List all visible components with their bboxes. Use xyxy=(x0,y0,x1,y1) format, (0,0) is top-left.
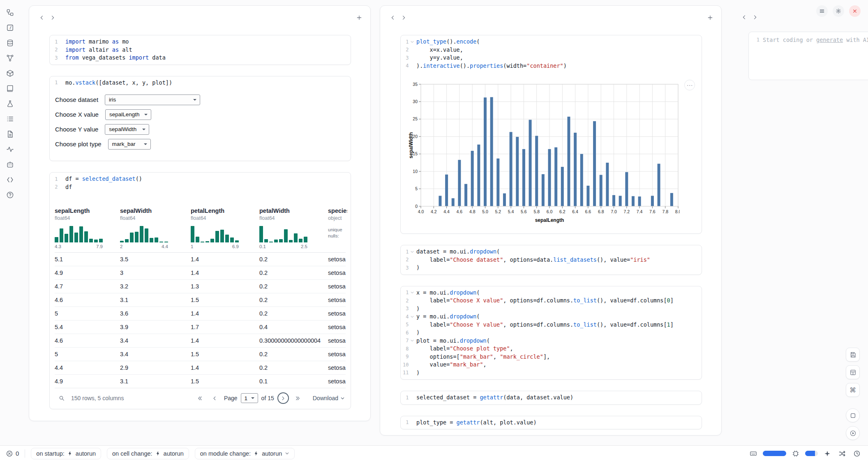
chart-actions-button[interactable]: ⋯ xyxy=(684,80,695,90)
column-header[interactable]: petalWidthfloat640.12.5 xyxy=(259,207,328,249)
line-number: 1 xyxy=(401,38,416,46)
column-histogram xyxy=(191,225,259,242)
error-count-badge[interactable]: 0 xyxy=(6,450,19,457)
table-row[interactable]: 4.73.21.30.2setosa xyxy=(55,279,346,293)
code-editor[interactable]: 123 import marimo as moimport altair as … xyxy=(50,35,351,65)
save-button[interactable] xyxy=(846,348,860,362)
column-scroll-right-button[interactable] xyxy=(398,12,409,23)
table-row[interactable]: 5.13.51.40.2setosa xyxy=(55,253,346,266)
tracebacks-button[interactable] xyxy=(5,129,15,139)
previous-page-button[interactable] xyxy=(209,392,221,404)
layout-button[interactable] xyxy=(846,365,860,379)
help-button[interactable] xyxy=(5,190,15,200)
scratchpad-button[interactable] xyxy=(5,99,15,108)
on-startup-chip[interactable]: on startup: autorun xyxy=(31,448,101,459)
code-editor[interactable]: 1234567891011 x = mo.ui.dropdown( label=… xyxy=(401,286,702,380)
keyboard-shortcuts-button[interactable]: ⌘ xyxy=(846,383,860,397)
add-cell-button[interactable] xyxy=(354,12,365,23)
column-header[interactable]: speciesobjectuniquenulls: xyxy=(328,207,347,249)
file-explorer-button[interactable] xyxy=(5,7,15,17)
shuffle-button[interactable] xyxy=(837,449,847,459)
documentation-button[interactable] xyxy=(5,83,15,93)
column-scroll-left-button[interactable] xyxy=(739,12,750,23)
table-row[interactable]: 4.63.41.40.30000000000000004setosa xyxy=(55,334,346,347)
on-module-change-chip[interactable]: on module change: autorun xyxy=(195,448,295,459)
cell-output: 051015202530354.04.24.44.64.85.05.25.45.… xyxy=(409,79,680,227)
pagination: Page 1 of 15 Download xyxy=(194,392,345,404)
logs-button[interactable] xyxy=(5,144,15,154)
on-cell-change-chip[interactable]: on cell change: autorun xyxy=(107,448,189,459)
column-header[interactable]: petalLengthfloat6416.9 xyxy=(191,207,259,249)
page-select[interactable]: 1 xyxy=(241,393,258,403)
packages-button[interactable] xyxy=(5,68,15,78)
tracebacks-icon xyxy=(6,130,14,138)
chip-icon xyxy=(792,450,799,457)
add-cell-button[interactable] xyxy=(705,12,716,23)
chevron-right-icon xyxy=(401,15,406,21)
table-cell: 1.4 xyxy=(191,307,259,320)
code-editor[interactable]: 123 dataset = mo.ui.dropdown( label="Cho… xyxy=(401,245,702,274)
y-value-select[interactable]: sepalWidth xyxy=(105,124,149,135)
line-number-gutter: 1 xyxy=(401,419,416,427)
code-editor[interactable]: 1234 plot_type().encode( x=x.value, y=y.… xyxy=(401,35,702,72)
fold-chevron-icon[interactable] xyxy=(409,39,416,45)
outline-button[interactable] xyxy=(5,114,15,124)
fold-chevron-icon[interactable] xyxy=(409,289,416,296)
column-header[interactable]: sepalWidthfloat6424.4 xyxy=(120,207,191,249)
fold-chevron-icon[interactable] xyxy=(409,313,416,320)
last-page-button[interactable] xyxy=(292,392,304,404)
dataset-select[interactable]: iris xyxy=(105,95,200,105)
table-row[interactable]: 53.41.50.2setosa xyxy=(55,347,346,361)
download-button[interactable]: Download xyxy=(313,395,345,401)
line-number: 2 xyxy=(401,297,416,305)
table-row[interactable]: 4.931.40.2setosa xyxy=(55,266,346,279)
cell-dataframe: 12 df = selected_dataset()df sepalLength… xyxy=(49,172,351,409)
table-row[interactable]: 4.93.11.50.1setosa xyxy=(55,374,346,388)
table-cell: 5 xyxy=(55,307,120,320)
line-number: 8 xyxy=(401,345,416,353)
x-value-select[interactable]: sepalLength xyxy=(105,109,151,120)
run-all-button[interactable] xyxy=(846,426,860,440)
empty-cell-editor[interactable]: 1 Start coding or generate with AI. xyxy=(748,32,868,80)
history-button[interactable] xyxy=(852,449,862,459)
cell-selected-dataset: 1 selected_dataset = getattr(data, datas… xyxy=(400,391,702,405)
dependencies-button[interactable] xyxy=(5,53,15,63)
plot-type-select[interactable]: mark_bar xyxy=(108,139,151,150)
snippets-button[interactable] xyxy=(5,175,15,184)
variables-button[interactable] xyxy=(5,23,15,32)
table-cell: setosa xyxy=(328,375,347,388)
table-cell: 1.4 xyxy=(191,334,259,347)
cpu-button[interactable] xyxy=(790,449,801,459)
first-page-button[interactable] xyxy=(194,392,206,404)
altair-chart[interactable]: 051015202530354.04.24.44.64.85.05.25.45.… xyxy=(409,79,680,225)
notebook-column-1: 123 import marimo as moimport altair as … xyxy=(29,5,371,421)
app-view-button[interactable] xyxy=(846,408,860,422)
column-scroll-left-button[interactable] xyxy=(388,12,398,23)
code-editor[interactable]: 1 selected_dataset = getattr(data, datas… xyxy=(401,391,702,404)
ai-assistant-button[interactable] xyxy=(822,449,833,459)
keyboard-button[interactable] xyxy=(748,449,759,459)
column-scroll-left-button[interactable] xyxy=(37,12,47,23)
fold-chevron-icon[interactable] xyxy=(409,337,416,344)
next-page-button[interactable] xyxy=(277,392,289,404)
page-total: of 15 xyxy=(261,395,274,401)
table-row[interactable]: 4.42.91.40.2setosa xyxy=(55,361,346,374)
code-lines: mo.vstack([dataset, x, y, plot]) xyxy=(65,79,172,87)
ai-chat-button[interactable] xyxy=(5,159,15,169)
table-row[interactable]: 4.63.11.50.2setosa xyxy=(55,293,346,307)
generate-with-ai-link[interactable]: generate xyxy=(816,37,843,43)
datasources-button[interactable] xyxy=(5,38,15,48)
code-editor[interactable]: 1 mo.vstack([dataset, x, y, plot]) xyxy=(50,76,351,90)
code-editor[interactable]: 12 df = selected_dataset()df xyxy=(50,173,351,194)
table-search-button[interactable] xyxy=(56,393,67,403)
column-header[interactable]: sepalLengthfloat644.37.9 xyxy=(55,207,120,249)
divider xyxy=(25,449,25,458)
code-editor[interactable]: 1 plot_type = getattr(alt, plot.value) xyxy=(401,416,702,429)
table-row[interactable]: 53.61.40.2setosa xyxy=(55,307,346,320)
column-scroll-right-button[interactable] xyxy=(750,12,760,23)
table-row[interactable]: 5.43.91.70.4setosa xyxy=(55,320,346,334)
code-lines: selected_dataset = getattr(data, dataset… xyxy=(416,394,573,402)
fold-chevron-icon[interactable] xyxy=(409,249,416,255)
column-scroll-right-button[interactable] xyxy=(47,12,58,23)
table-footer: 150 rows, 5 columns Page 1 of 15 Downloa… xyxy=(55,388,346,409)
